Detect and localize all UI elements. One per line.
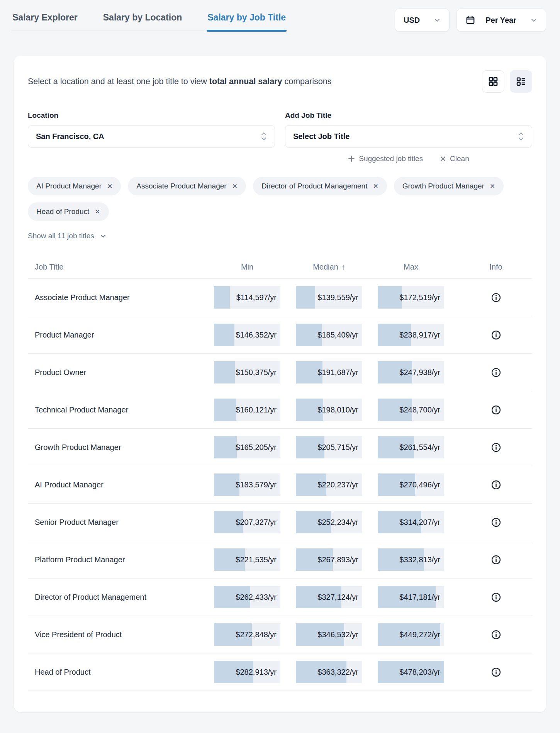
- max-value: $314,207/yr: [399, 511, 440, 533]
- info-button[interactable]: [490, 292, 502, 303]
- table-row: Growth Product Manager $165,205/yr $205,…: [28, 429, 532, 466]
- min-cell: $183,579/yr: [214, 473, 280, 496]
- info-button[interactable]: [490, 666, 502, 678]
- tab-bar: Salary Explorer Salary by Location Salar…: [12, 8, 287, 31]
- grid-view-button[interactable]: [482, 70, 504, 93]
- row-title: Product Manager: [28, 331, 199, 339]
- chip-remove-icon[interactable]: ✕: [232, 183, 238, 190]
- median-value: $139,559/yr: [317, 286, 358, 309]
- min-bar: [214, 286, 230, 309]
- show-all-job-titles-link[interactable]: Show all 11 job titles: [28, 232, 107, 240]
- info-button[interactable]: [490, 366, 502, 378]
- min-cell: $262,433/yr: [214, 586, 280, 608]
- max-value: $478,203/yr: [399, 661, 440, 683]
- period-dropdown[interactable]: Per Year: [456, 8, 546, 32]
- intro-text: Select a location and at least one job t…: [28, 77, 331, 87]
- table-row: Product Manager $146,352/yr $185,409/yr …: [28, 316, 532, 354]
- info-button[interactable]: [490, 404, 502, 416]
- info-button[interactable]: [490, 591, 502, 603]
- min-value: $114,597/yr: [236, 286, 277, 309]
- median-cell: $139,559/yr: [296, 286, 362, 309]
- currency-dropdown[interactable]: USD: [395, 8, 450, 32]
- info-button[interactable]: [490, 554, 502, 565]
- column-header-median[interactable]: Median ↑: [296, 263, 362, 271]
- tab-salary-explorer[interactable]: Salary Explorer: [12, 8, 78, 31]
- min-cell: $146,352/yr: [214, 324, 280, 346]
- column-header-min[interactable]: Min: [214, 263, 280, 271]
- max-cell: $449,272/yr: [378, 623, 444, 646]
- salary-comparison-card: Select a location and at least one job t…: [14, 56, 546, 712]
- suggested-job-titles-link[interactable]: Suggested job titles: [348, 154, 423, 163]
- location-select[interactable]: San Francisco, CA: [28, 125, 275, 148]
- view-toggle-group: [482, 70, 532, 93]
- job-title-chip[interactable]: Growth Product Manager ✕: [394, 177, 504, 195]
- location-value: San Francisco, CA: [36, 132, 104, 141]
- info-button[interactable]: [490, 441, 502, 453]
- table-row: Product Owner $150,375/yr $191,687/yr $2…: [28, 354, 532, 391]
- min-value: $282,913/yr: [236, 661, 277, 683]
- add-job-title-label: Add Job Title: [285, 111, 532, 120]
- close-icon: [440, 156, 446, 162]
- tab-salary-by-location[interactable]: Salary by Location: [102, 8, 183, 31]
- median-value: $346,532/yr: [317, 623, 358, 646]
- min-value: $165,205/yr: [236, 436, 277, 458]
- min-bar: [214, 324, 234, 346]
- median-cell: $185,409/yr: [296, 324, 362, 346]
- median-value: $220,237/yr: [317, 473, 358, 496]
- row-title: Platform Product Manager: [28, 555, 199, 564]
- job-title-chip[interactable]: Associate Product Manager ✕: [128, 177, 246, 195]
- job-title-chip[interactable]: Director of Product Management ✕: [253, 177, 387, 195]
- chip-remove-icon[interactable]: ✕: [107, 183, 112, 190]
- min-cell: $160,121/yr: [214, 399, 280, 421]
- column-header-max[interactable]: Max: [378, 263, 444, 271]
- location-field: Location San Francisco, CA: [28, 111, 275, 148]
- min-value: $262,433/yr: [236, 586, 277, 608]
- info-button[interactable]: [490, 479, 502, 490]
- min-cell: $207,327/yr: [214, 511, 280, 533]
- list-view-button[interactable]: [510, 70, 532, 93]
- max-cell: $417,181/yr: [378, 586, 444, 608]
- median-cell: $363,322/yr: [296, 661, 362, 683]
- chip-remove-icon[interactable]: ✕: [95, 209, 100, 215]
- column-header-job-title: Job Title: [28, 263, 199, 271]
- median-cell: $191,687/yr: [296, 361, 362, 383]
- job-title-field: Add Job Title Select Job Title: [285, 111, 532, 148]
- table-header: Job Title Min Median ↑ Max Info: [28, 258, 532, 279]
- median-cell: $205,715/yr: [296, 436, 362, 458]
- calendar-icon: [465, 15, 475, 25]
- max-cell: $332,813/yr: [378, 548, 444, 571]
- max-cell: $247,938/yr: [378, 361, 444, 383]
- max-value: $247,938/yr: [399, 361, 440, 383]
- median-cell: $252,234/yr: [296, 511, 362, 533]
- table-row: Platform Product Manager $221,535/yr $26…: [28, 541, 532, 579]
- chip-label: Associate Product Manager: [136, 182, 226, 190]
- max-value: $172,519/yr: [399, 286, 440, 309]
- median-cell: $198,010/yr: [296, 399, 362, 421]
- info-button[interactable]: [490, 329, 502, 341]
- max-cell: $270,496/yr: [378, 473, 444, 496]
- column-header-info: Info: [460, 263, 532, 271]
- info-button[interactable]: [490, 629, 502, 640]
- max-cell: $248,700/yr: [378, 399, 444, 421]
- chip-remove-icon[interactable]: ✕: [373, 183, 378, 190]
- job-title-chip[interactable]: Head of Product ✕: [28, 202, 109, 221]
- chip-label: Director of Product Management: [261, 182, 368, 190]
- chevron-down-icon: [530, 17, 537, 24]
- grid-view-icon: [488, 76, 499, 87]
- chip-label: AI Product Manager: [36, 182, 102, 190]
- min-cell: $165,205/yr: [214, 436, 280, 458]
- job-title-chip[interactable]: AI Product Manager ✕: [28, 177, 121, 195]
- max-value: $449,272/yr: [399, 623, 440, 646]
- median-cell: $267,893/yr: [296, 548, 362, 571]
- min-bar: [214, 399, 236, 421]
- median-cell: $220,237/yr: [296, 473, 362, 496]
- job-title-select[interactable]: Select Job Title: [285, 125, 532, 148]
- job-title-placeholder: Select Job Title: [293, 132, 350, 141]
- chip-remove-icon[interactable]: ✕: [490, 183, 495, 190]
- row-title: Senior Product Manager: [28, 518, 199, 527]
- clean-link[interactable]: Clean: [440, 154, 469, 163]
- salary-table: Job Title Min Median ↑ Max Info Associat…: [28, 258, 532, 691]
- table-row: AI Product Manager $183,579/yr $220,237/…: [28, 466, 532, 504]
- tab-salary-by-job-title[interactable]: Salary by Job Title: [207, 8, 287, 31]
- info-button[interactable]: [490, 516, 502, 528]
